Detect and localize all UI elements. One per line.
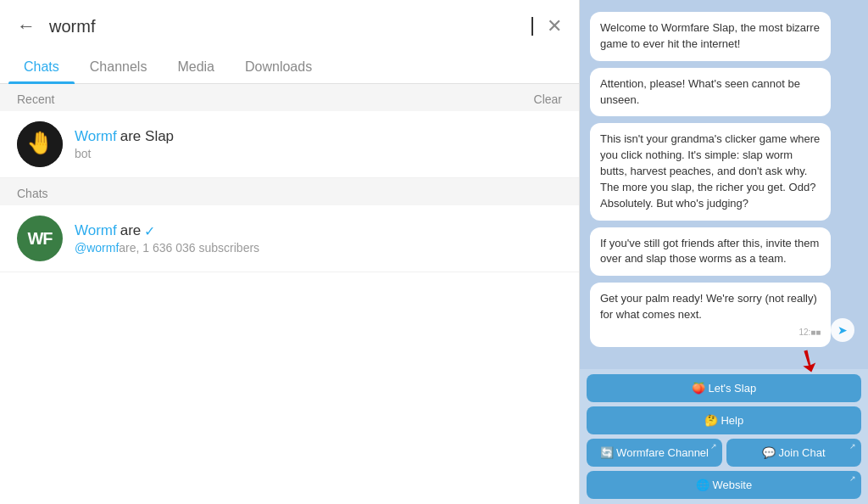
- name-rest: are Slap: [120, 128, 174, 145]
- website-button[interactable]: 🌐 Website ↗: [587, 471, 861, 499]
- recent-label: Recent: [17, 92, 54, 106]
- search-panel: ← wormf ✕ Chats Channels Media Downloads…: [0, 0, 580, 504]
- search-bar: ← wormf ✕: [0, 15, 579, 51]
- name-highlight: Wormf: [75, 222, 117, 239]
- message-time: 12:■■: [600, 327, 821, 339]
- message-3: This isn't your grandma's clicker game w…: [590, 123, 831, 220]
- external-icon: ↗: [849, 474, 856, 483]
- chat-sub-wormfare: @wormfare, 1 636 036 subscribers: [75, 241, 562, 255]
- bot-buttons-panel: 🍑 Let's Slap 🤔 Help 🔄 Wormfare Channel ↗…: [580, 369, 868, 504]
- chat-name-wormfare: Wormfare ✓: [75, 222, 562, 239]
- wormfare-slap-avatar-img: 🤚: [17, 121, 63, 167]
- search-input-wrapper: wormf: [49, 17, 533, 36]
- search-input[interactable]: wormf: [49, 17, 531, 36]
- bot-btn-row-4: 🌐 Website ↗: [587, 471, 861, 499]
- chat-item-wormfare-slap[interactable]: 🤚 Wormfare Slap bot: [0, 111, 579, 178]
- chat-name-wormfare-slap: Wormfare Slap: [75, 128, 562, 145]
- chats-section-header: Chats: [0, 178, 579, 205]
- message-4: If you've still got friends after this, …: [590, 227, 831, 277]
- lets-slap-button[interactable]: 🍑 Let's Slap: [587, 374, 861, 402]
- search-tabs: Chats Channels Media Downloads: [0, 51, 579, 84]
- chat-panel: Welcome to Wormfare Slap, the most bizar…: [580, 0, 868, 504]
- sub-highlight: @wormf: [75, 241, 119, 255]
- sub-rest: are, 1 636 036 subscribers: [119, 241, 259, 255]
- tab-channels[interactable]: Channels: [75, 51, 163, 83]
- message-2: Attention, please! What's seen cannot be…: [590, 68, 831, 117]
- external-icon: ↗: [849, 442, 856, 451]
- verified-icon: ✓: [144, 223, 155, 239]
- recent-section-header: Recent Clear: [0, 84, 579, 111]
- message-5: Get your palm ready! We're sorry (not re…: [590, 283, 831, 347]
- name-highlight: Wormf: [75, 128, 117, 145]
- chat-sub-wormfare-slap: bot: [75, 147, 562, 160]
- forward-button[interactable]: ➤: [831, 318, 854, 342]
- chat-item-wormfare[interactable]: WF Wormfare ✓ @wormfare, 1 636 036 subsc…: [0, 205, 579, 272]
- clear-recent-button[interactable]: Clear: [534, 92, 562, 106]
- bot-btn-row-2: 🤔 Help: [587, 406, 861, 434]
- svg-text:🤚: 🤚: [26, 129, 54, 156]
- bot-btn-row-1: 🍑 Let's Slap: [587, 374, 861, 402]
- message-1: Welcome to Wormfare Slap, the most bizar…: [590, 12, 831, 61]
- bot-btn-row-3: 🔄 Wormfare Channel ↗ 💬 Join Chat ↗: [587, 439, 861, 467]
- tab-downloads[interactable]: Downloads: [230, 51, 327, 83]
- chats-label: Chats: [17, 187, 48, 200]
- tab-chats[interactable]: Chats: [8, 51, 75, 83]
- clear-search-button[interactable]: ✕: [547, 15, 562, 37]
- name-rest: are: [120, 222, 142, 239]
- cursor: [531, 17, 533, 36]
- chat-info-wormfare: Wormfare ✓ @wormfare, 1 636 036 subscrib…: [75, 222, 562, 255]
- tab-media[interactable]: Media: [162, 51, 230, 83]
- wormfare-channel-button[interactable]: 🔄 Wormfare Channel ↗: [587, 439, 722, 467]
- back-button[interactable]: ←: [17, 15, 36, 37]
- chat-info-wormfare-slap: Wormfare Slap bot: [75, 128, 562, 160]
- external-icon: ↗: [710, 442, 717, 451]
- avatar-wormfare: WF: [17, 216, 63, 261]
- help-button[interactable]: 🤔 Help: [587, 406, 861, 434]
- avatar-wormfare-slap: 🤚: [17, 121, 63, 167]
- chat-messages[interactable]: Welcome to Wormfare Slap, the most bizar…: [580, 0, 868, 369]
- join-chat-button[interactable]: 💬 Join Chat ↗: [726, 439, 862, 467]
